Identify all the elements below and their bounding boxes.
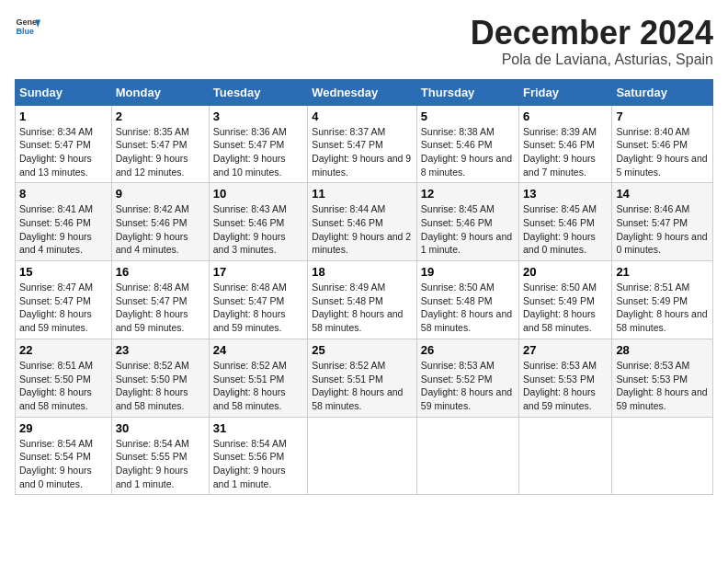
day-number: 30 <box>116 421 205 435</box>
calendar-cell: 10Sunrise: 8:43 AMSunset: 5:46 PMDayligh… <box>209 183 307 261</box>
day-number: 16 <box>116 265 205 279</box>
calendar-cell: 4Sunrise: 8:37 AMSunset: 5:47 PMDaylight… <box>308 105 417 183</box>
day-number: 29 <box>19 421 108 435</box>
day-number: 27 <box>523 343 608 357</box>
day-number: 17 <box>213 265 303 279</box>
day-info: Sunrise: 8:46 AMSunset: 5:47 PMDaylight:… <box>616 202 709 257</box>
calendar-week-row: 22Sunrise: 8:51 AMSunset: 5:50 PMDayligh… <box>16 339 713 417</box>
calendar-cell: 28Sunrise: 8:53 AMSunset: 5:53 PMDayligh… <box>612 339 713 417</box>
day-info: Sunrise: 8:48 AMSunset: 5:47 PMDaylight:… <box>213 281 303 335</box>
calendar-cell: 15Sunrise: 8:47 AMSunset: 5:47 PMDayligh… <box>16 261 112 339</box>
day-info: Sunrise: 8:44 AMSunset: 5:46 PMDaylight:… <box>312 202 413 257</box>
day-number: 24 <box>213 343 303 357</box>
day-info: Sunrise: 8:53 AMSunset: 5:52 PMDaylight:… <box>421 359 515 413</box>
day-number: 19 <box>421 265 515 279</box>
day-info: Sunrise: 8:40 AMSunset: 5:46 PMDaylight:… <box>616 125 709 179</box>
day-info: Sunrise: 8:54 AMSunset: 5:54 PMDaylight:… <box>19 437 108 491</box>
day-info: Sunrise: 8:48 AMSunset: 5:47 PMDaylight:… <box>116 281 205 335</box>
calendar-cell: 18Sunrise: 8:49 AMSunset: 5:48 PMDayligh… <box>308 261 417 339</box>
calendar-cell: 13Sunrise: 8:45 AMSunset: 5:46 PMDayligh… <box>519 183 612 261</box>
day-info: Sunrise: 8:36 AMSunset: 5:47 PMDaylight:… <box>213 125 303 179</box>
day-info: Sunrise: 8:53 AMSunset: 5:53 PMDaylight:… <box>523 359 608 413</box>
day-info: Sunrise: 8:41 AMSunset: 5:46 PMDaylight:… <box>19 202 108 257</box>
calendar-cell: 23Sunrise: 8:52 AMSunset: 5:50 PMDayligh… <box>111 339 209 417</box>
calendar-cell: 22Sunrise: 8:51 AMSunset: 5:50 PMDayligh… <box>16 339 112 417</box>
calendar-cell: 3Sunrise: 8:36 AMSunset: 5:47 PMDaylight… <box>209 105 307 183</box>
day-number: 31 <box>213 421 303 435</box>
day-number: 11 <box>312 187 413 201</box>
calendar-cell: 27Sunrise: 8:53 AMSunset: 5:53 PMDayligh… <box>519 339 612 417</box>
day-number: 1 <box>19 109 108 123</box>
svg-text:Blue: Blue <box>16 27 34 36</box>
calendar-week-row: 15Sunrise: 8:47 AMSunset: 5:47 PMDayligh… <box>16 261 713 339</box>
day-of-week-header: Wednesday <box>308 79 417 105</box>
day-of-week-header: Saturday <box>612 79 713 105</box>
day-info: Sunrise: 8:42 AMSunset: 5:46 PMDaylight:… <box>116 202 205 257</box>
calendar-cell: 16Sunrise: 8:48 AMSunset: 5:47 PMDayligh… <box>111 261 209 339</box>
day-number: 12 <box>421 187 515 201</box>
day-info: Sunrise: 8:49 AMSunset: 5:48 PMDaylight:… <box>312 281 413 335</box>
calendar-cell: 9Sunrise: 8:42 AMSunset: 5:46 PMDaylight… <box>111 183 209 261</box>
day-of-week-header: Friday <box>519 79 612 105</box>
day-number: 2 <box>116 109 205 123</box>
day-number: 26 <box>421 343 515 357</box>
day-number: 22 <box>19 343 108 357</box>
day-number: 28 <box>616 343 709 357</box>
calendar-cell: 19Sunrise: 8:50 AMSunset: 5:48 PMDayligh… <box>416 261 518 339</box>
day-info: Sunrise: 8:43 AMSunset: 5:46 PMDaylight:… <box>213 202 303 257</box>
day-number: 15 <box>19 265 108 279</box>
day-of-week-header: Monday <box>111 79 209 105</box>
calendar-cell: 26Sunrise: 8:53 AMSunset: 5:52 PMDayligh… <box>416 339 518 417</box>
day-of-week-header: Sunday <box>16 79 112 105</box>
day-number: 7 <box>616 109 709 123</box>
day-info: Sunrise: 8:51 AMSunset: 5:49 PMDaylight:… <box>616 281 709 335</box>
day-number: 25 <box>312 343 413 357</box>
calendar-week-row: 1Sunrise: 8:34 AMSunset: 5:47 PMDaylight… <box>16 105 713 183</box>
calendar-cell: 17Sunrise: 8:48 AMSunset: 5:47 PMDayligh… <box>209 261 307 339</box>
page-header: General Blue December 2024 Pola de Lavia… <box>15 15 713 68</box>
logo-icon: General Blue <box>15 15 40 40</box>
day-info: Sunrise: 8:54 AMSunset: 5:56 PMDaylight:… <box>213 437 303 491</box>
calendar-cell: 8Sunrise: 8:41 AMSunset: 5:46 PMDaylight… <box>16 183 112 261</box>
calendar-header-row: SundayMondayTuesdayWednesdayThursdayFrid… <box>16 79 713 105</box>
calendar-cell: 5Sunrise: 8:38 AMSunset: 5:46 PMDaylight… <box>416 105 518 183</box>
day-number: 18 <box>312 265 413 279</box>
calendar-cell: 7Sunrise: 8:40 AMSunset: 5:46 PMDaylight… <box>612 105 713 183</box>
calendar-cell: 2Sunrise: 8:35 AMSunset: 5:47 PMDaylight… <box>111 105 209 183</box>
day-number: 8 <box>19 187 108 201</box>
day-info: Sunrise: 8:50 AMSunset: 5:48 PMDaylight:… <box>421 281 515 335</box>
calendar-cell: 12Sunrise: 8:45 AMSunset: 5:46 PMDayligh… <box>416 183 518 261</box>
calendar-cell: 29Sunrise: 8:54 AMSunset: 5:54 PMDayligh… <box>16 417 112 495</box>
day-info: Sunrise: 8:50 AMSunset: 5:49 PMDaylight:… <box>523 281 608 335</box>
calendar-week-row: 29Sunrise: 8:54 AMSunset: 5:54 PMDayligh… <box>16 417 713 495</box>
logo: General Blue <box>15 15 40 40</box>
day-number: 14 <box>616 187 709 201</box>
day-info: Sunrise: 8:45 AMSunset: 5:46 PMDaylight:… <box>421 202 515 257</box>
calendar-table: SundayMondayTuesdayWednesdayThursdayFrid… <box>15 79 713 496</box>
calendar-week-row: 8Sunrise: 8:41 AMSunset: 5:46 PMDaylight… <box>16 183 713 261</box>
day-info: Sunrise: 8:53 AMSunset: 5:53 PMDaylight:… <box>616 359 709 413</box>
calendar-cell: 11Sunrise: 8:44 AMSunset: 5:46 PMDayligh… <box>308 183 417 261</box>
day-info: Sunrise: 8:52 AMSunset: 5:51 PMDaylight:… <box>312 359 413 413</box>
day-of-week-header: Tuesday <box>209 79 307 105</box>
day-info: Sunrise: 8:47 AMSunset: 5:47 PMDaylight:… <box>19 281 108 335</box>
calendar-cell <box>416 417 518 495</box>
day-number: 4 <box>312 109 413 123</box>
location: Pola de Laviana, Asturias, Spain <box>471 52 713 68</box>
calendar-cell <box>308 417 417 495</box>
day-number: 3 <box>213 109 303 123</box>
calendar-cell: 30Sunrise: 8:54 AMSunset: 5:55 PMDayligh… <box>111 417 209 495</box>
day-number: 5 <box>421 109 515 123</box>
day-info: Sunrise: 8:52 AMSunset: 5:51 PMDaylight:… <box>213 359 303 413</box>
day-number: 21 <box>616 265 709 279</box>
day-number: 9 <box>116 187 205 201</box>
month-title: December 2024 <box>471 15 713 52</box>
day-number: 13 <box>523 187 608 201</box>
calendar-cell: 6Sunrise: 8:39 AMSunset: 5:46 PMDaylight… <box>519 105 612 183</box>
day-info: Sunrise: 8:54 AMSunset: 5:55 PMDaylight:… <box>116 437 205 491</box>
day-info: Sunrise: 8:34 AMSunset: 5:47 PMDaylight:… <box>19 125 108 179</box>
calendar-cell: 20Sunrise: 8:50 AMSunset: 5:49 PMDayligh… <box>519 261 612 339</box>
calendar-cell: 21Sunrise: 8:51 AMSunset: 5:49 PMDayligh… <box>612 261 713 339</box>
title-section: December 2024 Pola de Laviana, Asturias,… <box>471 15 713 68</box>
day-number: 6 <box>523 109 608 123</box>
